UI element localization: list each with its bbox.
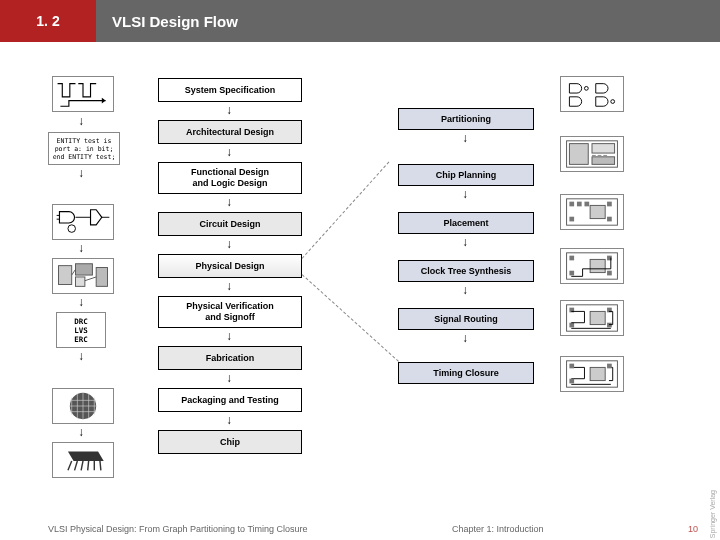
step-signal-routing: Signal Routing (398, 308, 534, 330)
entity-code-icon: ENTITY test is port a: in bit; end ENTIT… (48, 132, 120, 165)
arrow-icon: ↓ (78, 426, 84, 438)
slide-header: 1. 2 VLSI Design Flow (0, 0, 720, 42)
svg-rect-55 (607, 323, 612, 328)
arrow-icon: ↓ (226, 146, 232, 158)
diagram-area: ↓ ENTITY test is port a: in bit; end ENT… (0, 42, 720, 512)
svg-line-10 (72, 269, 76, 275)
step-placement: Placement (398, 212, 534, 234)
svg-rect-38 (577, 202, 582, 207)
svg-rect-60 (569, 379, 574, 384)
routing-icon (560, 300, 624, 336)
svg-marker-0 (102, 98, 106, 104)
svg-rect-33 (592, 155, 596, 156)
svg-rect-34 (598, 155, 602, 156)
layout-blocks-icon (52, 258, 114, 294)
svg-line-23 (81, 461, 83, 470)
step-system-spec: System Specification (158, 78, 302, 102)
svg-point-28 (611, 100, 615, 104)
arrow-icon: ↓ (462, 188, 468, 200)
svg-rect-48 (569, 271, 574, 276)
waveform-icon (52, 76, 114, 112)
svg-rect-37 (569, 202, 574, 207)
arrow-icon: ↓ (226, 238, 232, 250)
svg-rect-54 (569, 323, 574, 328)
svg-rect-59 (607, 364, 612, 369)
gates-mini-icon (560, 76, 624, 112)
arrow-icon: ↓ (226, 330, 232, 342)
svg-line-26 (100, 461, 101, 470)
step-chip-planning: Chip Planning (398, 164, 534, 186)
arrow-icon: ↓ (462, 332, 468, 344)
step-circuit-design: Circuit Design (158, 212, 302, 236)
svg-rect-45 (590, 259, 605, 272)
svg-point-27 (584, 86, 588, 90)
placement-icon (560, 194, 624, 230)
arrow-icon: ↓ (78, 167, 84, 179)
step-functional-logic: Functional Design and Logic Design (158, 162, 302, 194)
svg-rect-49 (607, 271, 612, 276)
arrow-icon: ↓ (78, 296, 84, 308)
section-number: 1. 2 (0, 0, 96, 42)
step-fabrication: Fabrication (158, 346, 302, 370)
svg-rect-31 (592, 144, 615, 153)
footer-chapter: Chapter 1: Introduction (452, 524, 544, 534)
arrow-icon: ↓ (78, 350, 84, 362)
svg-line-11 (85, 277, 96, 281)
drc-box-icon: DRC LVS ERC (56, 312, 106, 348)
step-physical-design: Physical Design (158, 254, 302, 278)
svg-line-24 (88, 461, 89, 470)
step-packaging: Packaging and Testing (158, 388, 302, 412)
svg-rect-43 (590, 205, 605, 218)
arrow-icon: ↓ (462, 236, 468, 248)
arrow-icon: ↓ (462, 284, 468, 296)
step-architectural: Architectural Design (158, 120, 302, 144)
wafer-icon (52, 388, 114, 424)
arrow-icon: ↓ (462, 132, 468, 144)
clocktree-icon (560, 248, 624, 284)
step-timing-closure: Timing Closure (398, 362, 534, 384)
arrow-icon: ↓ (226, 196, 232, 208)
footer-page: 10 (688, 524, 698, 534)
svg-rect-58 (569, 364, 574, 369)
dashed-connector (302, 274, 399, 362)
arrow-icon: ↓ (78, 115, 84, 127)
step-clock-tree: Clock Tree Synthesis (398, 260, 534, 282)
footer-left: VLSI Physical Design: From Graph Partiti… (48, 524, 308, 534)
svg-rect-46 (569, 256, 574, 261)
arrow-icon: ↓ (78, 242, 84, 254)
arrow-icon: ↓ (226, 372, 232, 384)
timing-icon (560, 356, 624, 392)
svg-rect-32 (592, 157, 615, 165)
arrow-icon: ↓ (226, 280, 232, 292)
svg-rect-41 (569, 217, 574, 222)
svg-rect-6 (59, 266, 72, 285)
svg-rect-51 (590, 311, 605, 324)
step-partitioning: Partitioning (398, 108, 534, 130)
svg-rect-30 (569, 144, 588, 165)
slide-title: VLSI Design Flow (96, 0, 720, 42)
svg-rect-35 (603, 155, 607, 156)
chip-icon (52, 442, 114, 478)
svg-rect-9 (96, 268, 107, 287)
svg-rect-40 (607, 202, 612, 207)
svg-rect-8 (75, 277, 84, 286)
arrow-icon: ↓ (226, 104, 232, 116)
step-chip: Chip (158, 430, 302, 454)
slide-footer: VLSI Physical Design: From Graph Partiti… (0, 524, 720, 534)
svg-line-21 (68, 461, 72, 470)
arrow-icon: ↓ (226, 414, 232, 426)
svg-rect-57 (590, 367, 605, 380)
dashed-connector (302, 162, 390, 259)
svg-rect-39 (584, 202, 589, 207)
svg-line-22 (75, 461, 78, 470)
gates-icon (52, 204, 114, 240)
step-physical-verif: Physical Verification and Signoff (158, 296, 302, 328)
svg-rect-42 (607, 217, 612, 222)
svg-point-1 (68, 225, 76, 233)
svg-rect-7 (75, 264, 92, 275)
floorplan-icon (560, 136, 624, 172)
